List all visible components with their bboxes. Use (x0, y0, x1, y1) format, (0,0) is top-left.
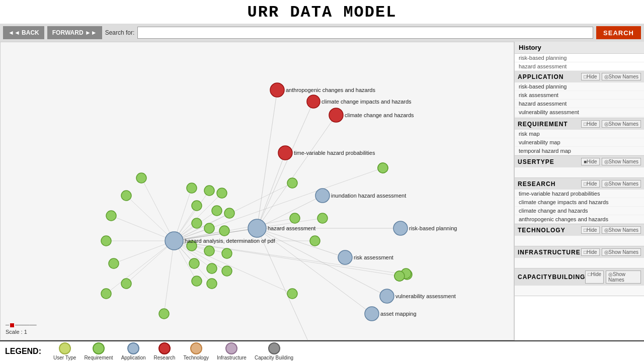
section-header-usertype: USERTYPE■Hide◎Show Names (515, 156, 644, 167)
legend-circle (268, 342, 280, 354)
show-names-btn-capacitybuilding[interactable]: ◎Show Names (606, 270, 641, 284)
section-header-research: RESEARCH□Hide◎Show Names (515, 178, 644, 190)
graph-node[interactable] (329, 108, 343, 122)
graph-node[interactable] (315, 189, 330, 203)
show-names-btn-technology[interactable]: ◎Show Names (602, 226, 641, 234)
section-title-research: RESEARCH (518, 180, 555, 188)
svg-line-34 (257, 102, 313, 228)
graph-node[interactable] (307, 95, 320, 108)
hide-btn-requirement[interactable]: □Hide (581, 120, 600, 128)
section-item[interactable]: vulnerability map (515, 138, 644, 147)
legend-items: User TypeRequirementApplicationResearchT… (53, 342, 293, 360)
legend-item-capacity-building: Capacity Building (255, 342, 293, 360)
hide-btn-application[interactable]: □Hide (581, 73, 600, 80)
show-names-btn-usertype[interactable]: ◎Show Names (602, 158, 641, 165)
legend-item-label: Technology (183, 355, 209, 360)
svg-point-48 (109, 258, 119, 268)
legend-item-label: Capacity Building (255, 355, 293, 360)
graph-node[interactable] (393, 221, 408, 235)
search-button[interactable]: SEARCH (596, 26, 641, 39)
svg-line-42 (257, 228, 313, 340)
show-names-btn-requirement[interactable]: ◎Show Names (602, 120, 641, 128)
sidebar: History risk-based planninghazard assess… (514, 42, 644, 340)
sidebar-section-application: APPLICATION□Hide◎Show Namesrisk-based pl… (515, 71, 644, 118)
svg-point-54 (217, 188, 227, 198)
show-names-btn-application[interactable]: ◎Show Names (602, 73, 641, 80)
section-item[interactable]: risk map (515, 130, 644, 138)
svg-line-10 (174, 193, 222, 241)
graph-node[interactable] (378, 163, 388, 173)
sidebar-section-requirement: REQUIREMENT□Hide◎Show Namesrisk mapvulne… (515, 118, 644, 156)
sidebar-section-research: RESEARCH□Hide◎Show Namestime-variable ha… (515, 178, 644, 224)
page-title: URR DATA MODEL (248, 3, 397, 22)
svg-line-35 (257, 115, 336, 228)
forward-button[interactable]: FORWARD ►► (47, 26, 102, 39)
svg-point-52 (187, 183, 197, 193)
graph-node[interactable] (380, 289, 394, 303)
sidebar-section-infrastructure: INFRASTRUCTURE□Hide◎Show Names (515, 246, 644, 268)
svg-line-40 (257, 228, 387, 296)
section-item[interactable]: asset mapping (515, 117, 644, 118)
hide-btn-capacitybuilding[interactable]: □Hide (585, 270, 604, 284)
section-item[interactable]: time-variable hazard probabilities (515, 190, 644, 198)
graph-node[interactable] (365, 307, 379, 321)
section-items-research: time-variable hazard probabilitiesclimat… (515, 190, 644, 224)
legend-item-technology: Technology (183, 342, 209, 360)
graph-node[interactable] (338, 250, 352, 264)
back-button[interactable]: ◄◄ BACK (3, 26, 44, 39)
svg-point-56 (212, 206, 222, 216)
svg-line-0 (141, 178, 174, 241)
hide-btn-infrastructure[interactable]: □Hide (581, 248, 600, 256)
svg-point-47 (101, 236, 111, 246)
svg-point-65 (207, 263, 217, 274)
legend-item-label: Research (154, 355, 176, 360)
graph-node[interactable] (270, 83, 284, 97)
legend-item-research: Research (154, 342, 176, 360)
graph-node[interactable] (165, 232, 183, 250)
search-input[interactable] (137, 27, 593, 39)
hide-btn-technology[interactable]: □Hide (581, 226, 600, 234)
svg-point-72 (310, 236, 320, 246)
svg-line-7 (164, 241, 174, 314)
history-item[interactable]: hazard assessment (515, 62, 644, 71)
section-item[interactable]: vulnerability assessment (515, 108, 644, 117)
section-item[interactable]: risk-based planning (515, 82, 644, 91)
section-item[interactable]: temporal hazard map (515, 147, 644, 155)
graph-node[interactable] (278, 146, 292, 160)
svg-point-58 (192, 218, 202, 228)
history-header: History (515, 42, 644, 54)
legend-item-user-type: User Type (53, 342, 76, 360)
svg-line-2 (111, 216, 174, 241)
svg-point-62 (204, 246, 214, 256)
show-names-btn-infrastructure[interactable]: ◎Show Names (602, 248, 641, 256)
node-label: climate change impacts and hazards (321, 99, 412, 105)
section-item[interactable]: climate change and hazards (515, 207, 644, 215)
svg-point-66 (222, 266, 232, 276)
section-item[interactable]: anthropogenic changes and hazards (515, 215, 644, 224)
svg-point-60 (219, 226, 229, 236)
section-item[interactable]: climate change impacts and hazards (515, 198, 644, 207)
hide-btn-research[interactable]: □Hide (581, 180, 600, 188)
toolbar: ◄◄ BACK FORWARD ►► Search for: SEARCH (0, 24, 644, 42)
graph-canvas[interactable]: anthropogenic changes and hazardsclimate… (0, 42, 514, 340)
section-title-technology: TECHNOLOGY (518, 227, 566, 234)
graph-node[interactable] (248, 219, 266, 237)
svg-line-1 (126, 196, 174, 241)
legend-title: LEGEND: (5, 347, 41, 356)
node-label: vulnerability assessment (395, 293, 456, 299)
graph-node[interactable] (394, 271, 405, 281)
main-area: anthropogenic changes and hazardsclimate… (0, 42, 644, 340)
svg-point-69 (287, 178, 297, 188)
sidebar-section-capacitybuilding: CAPACITYBUILDING□Hide◎Show Names (515, 268, 644, 296)
hide-btn-usertype[interactable]: ■Hide (581, 158, 600, 165)
history-item[interactable]: risk-based planning (515, 54, 644, 62)
section-header-capacitybuilding: CAPACITYBUILDING□Hide◎Show Names (515, 268, 644, 286)
search-label: Search for: (105, 29, 135, 36)
svg-point-46 (106, 211, 116, 221)
section-item[interactable]: hazard assessment (515, 100, 644, 108)
svg-point-64 (189, 258, 199, 268)
node-label: risk-based planning (409, 225, 457, 231)
section-item[interactable]: risk assessment (515, 91, 644, 100)
node-label: anthropogenic changes and hazards (286, 87, 375, 93)
show-names-btn-research[interactable]: ◎Show Names (602, 180, 641, 188)
